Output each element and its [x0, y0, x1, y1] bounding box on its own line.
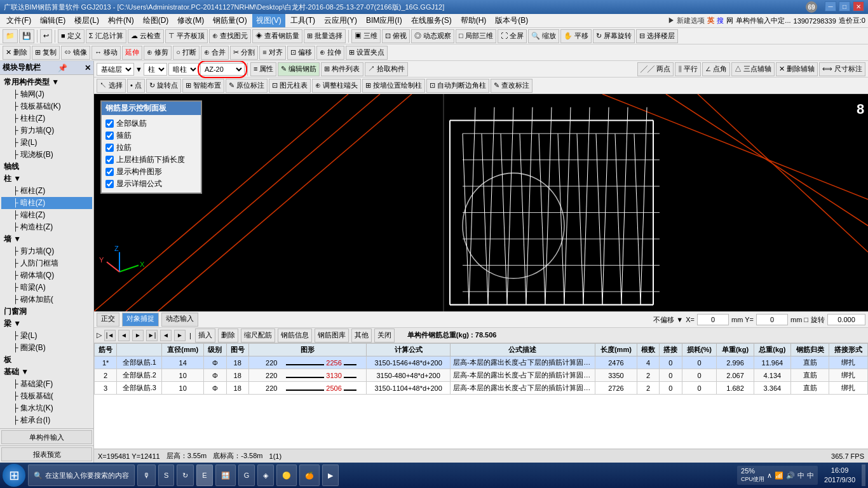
taskbar-app7[interactable]: 🟡 [276, 464, 297, 486]
maximize-button[interactable]: □ [839, 1, 850, 11]
tree-item[interactable]: ├ 框柱(Z) [1, 185, 92, 197]
table-row[interactable]: 1* 全部纵筋.1 14 Φ 18 220 2256 3150-1546+48*… [95, 356, 868, 369]
taskbar-app1[interactable]: S [158, 464, 174, 486]
table-container[interactable]: 筋号 直径(mm) 级别 图号 图形 计算公式 公式描述 长度(mm) 根数 [94, 343, 868, 449]
menu-file[interactable]: 文件(F) [3, 14, 35, 27]
tree-item[interactable]: ├ 人防门框墙 [1, 257, 92, 269]
tb-edit-rebar[interactable]: ✎ 编辑钢筋 [278, 62, 320, 76]
tree-item[interactable]: 轴线 [1, 161, 92, 173]
tb-align-top[interactable]: ⊤ 平齐板顶 [165, 29, 208, 43]
tb-move[interactable]: ↔ 移动 [92, 46, 121, 60]
tb-fullscreen[interactable]: ⛶ 全屏 [498, 29, 527, 43]
menu-layer[interactable]: 楼层(L) [71, 14, 103, 27]
tree-item[interactable]: ├ 剪力墙(Q) [1, 245, 92, 257]
tree-item[interactable]: ├ 暗柱(Z) [1, 197, 92, 209]
tb-three-point[interactable]: △ 三点辅轴 [731, 62, 775, 76]
tree-item[interactable]: 柱 ▼ [1, 173, 92, 185]
single-component-input[interactable]: 单构件输入中定... [736, 16, 790, 25]
menu-help[interactable]: 帮助(H) [457, 14, 491, 27]
ime-icon[interactable]: 中 [807, 471, 814, 480]
tb-draw-by-wall[interactable]: ⊞ 按墙位置绘制柱 [362, 79, 425, 93]
rebar-check-item[interactable]: 拉筋 [105, 142, 197, 154]
lang-label[interactable]: 中 [797, 471, 804, 480]
tree-item[interactable]: ├ 圈梁(B) [1, 342, 92, 354]
tb-define[interactable]: ■ 定义 [58, 29, 85, 43]
nav-last[interactable]: ►| [146, 330, 158, 341]
tb-dimension[interactable]: ⟺ 尺寸标注 [819, 62, 865, 76]
tree-item[interactable]: ├ 梁(L) [1, 330, 92, 342]
tb-align[interactable]: ≡ 对齐 [259, 46, 285, 60]
tree-item[interactable]: 梁 ▼ [1, 318, 92, 330]
tree-item[interactable]: ├ 砌体加筋( [1, 294, 92, 306]
menu-tools[interactable]: 工具(T) [287, 14, 319, 27]
start-button[interactable]: ⊞ [3, 464, 25, 487]
tree-item[interactable]: 基础 ▼ [1, 366, 92, 378]
dynamic-input-btn[interactable]: 动态输入 [161, 313, 198, 327]
tb-point[interactable]: • 点 [127, 79, 145, 93]
orthogonal-btn[interactable]: 正交 [97, 313, 119, 327]
tb-set-fixture[interactable]: ⊞ 设置夹点 [346, 46, 388, 60]
table-row[interactable]: 2 全部纵筋.2 10 Φ 18 220 3130 3150-480+48*d+… [95, 369, 868, 382]
tb-dynamic-observe[interactable]: ◎ 动态观察 [411, 29, 454, 43]
tree-item[interactable]: ├ 梁(L) [1, 137, 92, 149]
taskbar-mic[interactable]: 🎙 [137, 464, 156, 486]
rebar-check-item[interactable]: 箍筋 [105, 130, 197, 142]
tb-modify[interactable]: ⊕ 修剪 [144, 46, 172, 60]
tb-extend[interactable]: 延伸 [122, 46, 142, 60]
layer-select[interactable]: 基础层 [97, 63, 134, 76]
tb-undo[interactable]: ↩ [40, 29, 52, 43]
tree-item[interactable]: 门窗洞 [1, 306, 92, 318]
tb-delete-aux[interactable]: ✕ 删除辅轴 [776, 62, 818, 76]
tb-pull[interactable]: ⊕ 拉伸 [316, 46, 344, 60]
x-input[interactable] [697, 314, 729, 325]
tree-item[interactable]: ├ 筏板基础( [1, 390, 92, 402]
scale-rebar-btn[interactable]: 缩尺配筋 [241, 329, 275, 342]
rebar-checkbox[interactable] [105, 180, 114, 188]
tb-batch-select[interactable]: ⊞ 批量选择 [304, 29, 346, 43]
menu-bim[interactable]: BIM应用(I) [362, 14, 406, 27]
rebar-checkbox[interactable] [105, 119, 114, 128]
network-icon[interactable]: 网 [726, 16, 733, 25]
other-btn[interactable]: 其他 [351, 329, 372, 342]
snap-btn[interactable]: 对象捕捉 [122, 313, 159, 327]
viewport[interactable]: 钢筋显示控制面板 全部纵筋 箍筋 拉筋 上层柱插筋下插长度 显示构件图形 显示详… [94, 94, 868, 311]
tree-item[interactable]: 常用构件类型 ▼ [1, 76, 92, 88]
close-button[interactable]: ✕ [853, 1, 864, 11]
menu-version[interactable]: 版本号(B) [491, 14, 532, 27]
tb-find[interactable]: ⊕ 查找图元 [209, 29, 251, 43]
tb-adjust-column-head[interactable]: ⊕ 调整柱端头 [312, 79, 361, 93]
y-input[interactable] [756, 314, 788, 325]
tb-point-angle[interactable]: ∠ 点角 [702, 62, 730, 76]
tree-item[interactable]: ├ 桩承台(I) [1, 414, 92, 426]
tb-top-view[interactable]: ⊡ 俯视 [382, 29, 410, 43]
panel-close[interactable]: ✕ [85, 64, 91, 72]
taskbar-app9[interactable]: ▶ [322, 464, 339, 486]
tb-offset[interactable]: ⊡ 偏移 [287, 46, 315, 60]
tree-item[interactable]: ├ 构造柱(Z) [1, 221, 92, 233]
volume-icon[interactable]: 🔊 [786, 471, 795, 480]
rebar-checkbox[interactable] [105, 168, 114, 176]
tb-zoom[interactable]: 🔍 缩放 [528, 29, 559, 43]
tb-component-list[interactable]: ⊞ 构件列表 [321, 62, 363, 76]
menu-edit[interactable]: 编辑(E) [36, 14, 69, 27]
menu-online[interactable]: 在线服务(S) [407, 14, 456, 27]
tb-screen-rotate[interactable]: ↻ 屏幕旋转 [593, 29, 635, 43]
clock[interactable]: 16:09 2017/9/30 [822, 466, 858, 485]
tree-item[interactable]: ├ 筏板基础(K) [1, 100, 92, 112]
tree-item[interactable]: ├ 砌体墙(Q) [1, 269, 92, 281]
nav-up[interactable]: ◄ [160, 330, 172, 341]
rebar-info-btn[interactable]: 钢筋信息 [278, 329, 312, 342]
tb-select[interactable]: ↖ 选择 [97, 79, 126, 93]
tree-item[interactable]: ├ 基础梁(F) [1, 378, 92, 390]
tb-mirror[interactable]: ⇔ 镜像 [61, 46, 90, 60]
rebar-checkbox[interactable] [105, 144, 114, 152]
taskbar-app3[interactable]: E [196, 464, 212, 486]
tree-item[interactable]: ├ 轴网(J) [1, 88, 92, 100]
menu-draw[interactable]: 绘图(D) [139, 14, 173, 27]
tb-pick-component[interactable]: ↗ 拾取构件 [365, 62, 408, 76]
nav-next[interactable]: ► [132, 330, 144, 341]
menu-component[interactable]: 构件(N) [104, 14, 138, 27]
tree-item[interactable]: 墙 ▼ [1, 233, 92, 245]
tb-rotate-point[interactable]: ↻ 旋转点 [146, 79, 181, 93]
menu-cloud[interactable]: 云应用(Y) [320, 14, 361, 27]
